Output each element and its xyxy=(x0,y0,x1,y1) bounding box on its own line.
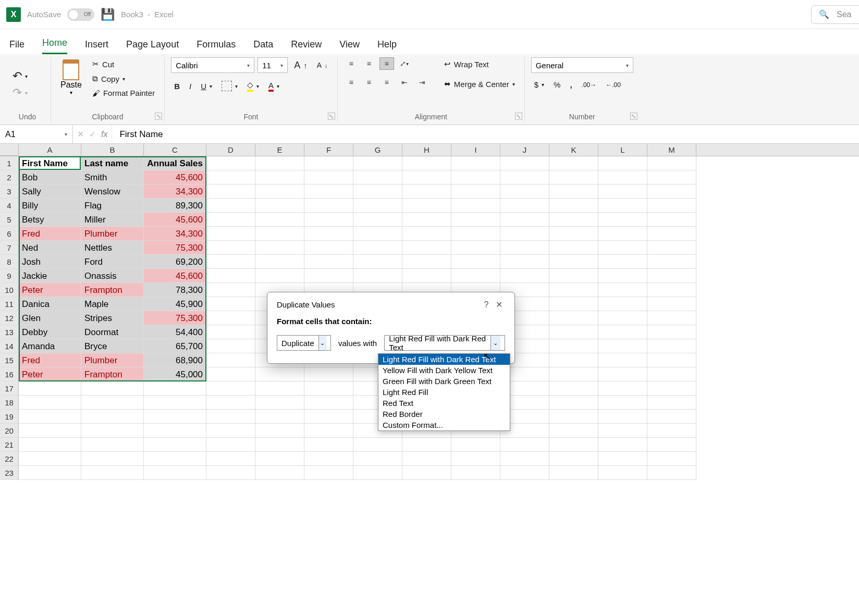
orientation-button[interactable]: ⤢▾ xyxy=(397,57,412,70)
italic-button[interactable]: I xyxy=(186,80,194,93)
cell-I5[interactable] xyxy=(451,213,500,227)
align-left-button[interactable]: ≡ xyxy=(344,76,359,89)
align-top-button[interactable]: ≡ xyxy=(344,57,359,70)
cell-E2[interactable] xyxy=(255,170,304,184)
cell-D7[interactable] xyxy=(206,241,255,255)
cell-J21[interactable] xyxy=(500,438,549,452)
cell-I21[interactable] xyxy=(451,438,500,452)
cell-A9[interactable]: Jackie xyxy=(19,269,81,283)
cell-I3[interactable] xyxy=(451,184,500,199)
cell-C12[interactable]: 75,300 xyxy=(144,311,206,325)
dropdown-option[interactable]: Red Text xyxy=(378,398,510,409)
redo-button[interactable]: ↷▾ xyxy=(10,85,30,101)
cell-J1[interactable] xyxy=(500,156,549,170)
cell-B23[interactable] xyxy=(81,466,144,480)
cell-E16[interactable] xyxy=(255,367,304,381)
cell-C3[interactable]: 34,300 xyxy=(144,184,206,199)
cell-M12[interactable] xyxy=(647,311,696,325)
cell-G7[interactable] xyxy=(353,241,402,255)
save-icon[interactable]: 💾 xyxy=(101,8,115,21)
row-header-7[interactable]: 7 xyxy=(0,241,19,255)
cell-F18[interactable] xyxy=(304,396,353,410)
cell-J7[interactable] xyxy=(500,241,549,255)
cell-D8[interactable] xyxy=(206,255,255,269)
cell-A22[interactable] xyxy=(19,452,81,466)
cell-K10[interactable] xyxy=(549,283,598,297)
cell-K5[interactable] xyxy=(549,213,598,227)
cell-F4[interactable] xyxy=(304,199,353,213)
cell-K21[interactable] xyxy=(549,438,598,452)
cell-K3[interactable] xyxy=(549,184,598,199)
cell-C4[interactable]: 89,300 xyxy=(144,199,206,213)
cell-E19[interactable] xyxy=(255,410,304,424)
cell-H5[interactable] xyxy=(402,213,451,227)
cell-B14[interactable]: Bryce xyxy=(81,339,144,353)
cell-M13[interactable] xyxy=(647,325,696,339)
cell-M21[interactable] xyxy=(647,438,696,452)
cell-H9[interactable] xyxy=(402,269,451,283)
cell-F6[interactable] xyxy=(304,227,353,241)
cell-G22[interactable] xyxy=(353,452,402,466)
cell-J4[interactable] xyxy=(500,199,549,213)
tab-file[interactable]: File xyxy=(9,39,24,54)
cell-M16[interactable] xyxy=(647,367,696,381)
cell-K12[interactable] xyxy=(549,311,598,325)
row-header-10[interactable]: 10 xyxy=(0,283,19,297)
cell-D14[interactable] xyxy=(206,339,255,353)
dropdown-option[interactable]: Light Red Fill xyxy=(378,387,510,398)
cell-A23[interactable] xyxy=(19,466,81,480)
cell-B19[interactable] xyxy=(81,410,144,424)
cell-A20[interactable] xyxy=(19,424,81,438)
cell-I9[interactable] xyxy=(451,269,500,283)
cell-A5[interactable]: Betsy xyxy=(19,213,81,227)
cell-D18[interactable] xyxy=(206,396,255,410)
cell-A2[interactable]: Bob xyxy=(19,170,81,184)
cell-B8[interactable]: Ford xyxy=(81,255,144,269)
cell-L1[interactable] xyxy=(598,156,647,170)
cell-A14[interactable]: Amanda xyxy=(19,339,81,353)
wrap-text-button[interactable]: ↩Wrap Text xyxy=(441,57,518,71)
cell-J5[interactable] xyxy=(500,213,549,227)
cell-L16[interactable] xyxy=(598,367,647,381)
cell-D13[interactable] xyxy=(206,325,255,339)
cell-M4[interactable] xyxy=(647,199,696,213)
cell-E22[interactable] xyxy=(255,452,304,466)
border-button[interactable]: ▾ xyxy=(218,79,241,93)
cell-A4[interactable]: Billy xyxy=(19,199,81,213)
cell-M3[interactable] xyxy=(647,184,696,199)
cell-F5[interactable] xyxy=(304,213,353,227)
cell-F1[interactable] xyxy=(304,156,353,170)
cell-C9[interactable]: 45,600 xyxy=(144,269,206,283)
cell-L11[interactable] xyxy=(598,297,647,311)
bold-button[interactable]: B xyxy=(171,80,183,93)
cell-J23[interactable] xyxy=(500,466,549,480)
row-header-2[interactable]: 2 xyxy=(0,170,19,184)
cell-K11[interactable] xyxy=(549,297,598,311)
cell-L10[interactable] xyxy=(598,283,647,297)
cell-F17[interactable] xyxy=(304,381,353,396)
row-header-6[interactable]: 6 xyxy=(0,227,19,241)
cell-A7[interactable]: Ned xyxy=(19,241,81,255)
cell-L7[interactable] xyxy=(598,241,647,255)
select-all-corner[interactable] xyxy=(0,144,19,156)
cell-C18[interactable] xyxy=(144,396,206,410)
cell-A13[interactable]: Debby xyxy=(19,325,81,339)
increase-decimal-button[interactable]: .00→ xyxy=(579,79,600,91)
cell-D16[interactable] xyxy=(206,367,255,381)
cell-H4[interactable] xyxy=(402,199,451,213)
cell-A10[interactable]: Peter xyxy=(19,283,81,297)
increase-font-button[interactable]: A↑ xyxy=(291,58,311,73)
cell-F3[interactable] xyxy=(304,184,353,199)
cell-A11[interactable]: Danica xyxy=(19,297,81,311)
cell-K20[interactable] xyxy=(549,424,598,438)
cell-M22[interactable] xyxy=(647,452,696,466)
cell-J9[interactable] xyxy=(500,269,549,283)
alignment-dialog-launcher[interactable]: ⤡ xyxy=(515,113,522,120)
cell-M8[interactable] xyxy=(647,255,696,269)
cell-B6[interactable]: Plumber xyxy=(81,227,144,241)
font-color-button[interactable]: A▾ xyxy=(265,79,283,94)
cell-D9[interactable] xyxy=(206,269,255,283)
cell-D12[interactable] xyxy=(206,311,255,325)
cell-F2[interactable] xyxy=(304,170,353,184)
paste-button[interactable]: Paste ▾ xyxy=(57,57,85,97)
